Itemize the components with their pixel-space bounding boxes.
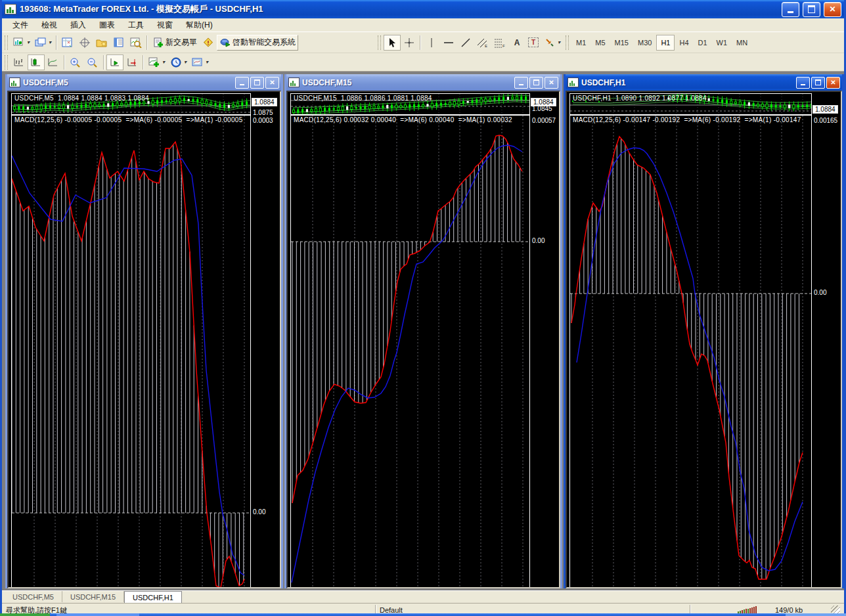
new-order-label: 新交易單 — [166, 37, 197, 48]
bar-chart-button[interactable] — [11, 55, 28, 70]
new-order-icon — [152, 37, 164, 49]
chart-title-bar[interactable]: USDCHF,M15 ✕ — [286, 74, 560, 91]
chart-window-icon — [288, 77, 300, 87]
templates-button[interactable]: ▾ — [189, 55, 211, 70]
toolbar-grip[interactable] — [378, 35, 381, 50]
zoom-out-button[interactable] — [84, 55, 101, 70]
chart-window-icon — [568, 77, 579, 87]
vertical-line-tool-button[interactable] — [423, 35, 440, 51]
menu-tools[interactable]: 工具 — [122, 18, 150, 32]
crosshair-tool-button[interactable] — [401, 35, 418, 51]
macd-pane[interactable]: MACD(12,25,6) -0.00147 -0.00192 =>MA(6) … — [569, 115, 812, 587]
chart-title-bar[interactable]: USDCHF,H1 ✕ — [566, 74, 842, 91]
clock-icon — [170, 56, 182, 68]
chevron-down-icon: ▾ — [27, 39, 30, 45]
close-button[interactable]: ✕ — [545, 77, 558, 89]
profiles-button[interactable]: ▾ — [32, 35, 54, 51]
arrows-tool-button[interactable]: ▾ — [541, 35, 563, 51]
menu-view[interactable]: 檢視 — [35, 18, 64, 32]
minimize-button[interactable] — [796, 77, 810, 89]
maximize-button[interactable] — [250, 77, 264, 89]
close-button[interactable]: ✕ — [826, 77, 840, 89]
indicators-button[interactable]: ▾ — [146, 55, 167, 70]
chart-title-bar[interactable]: USDCHF,M5 ✕ — [7, 74, 281, 91]
start-button-edge[interactable] — [0, 613, 50, 616]
candlestick-chart-button[interactable] — [28, 55, 45, 70]
price-info: USDCHF,H1 1.0890 1.0892 1.0877 1.0884 — [573, 95, 707, 102]
minimize-button[interactable] — [514, 77, 528, 89]
periods-button[interactable]: ▾ — [167, 55, 189, 70]
chevron-down-icon: ▾ — [206, 59, 208, 65]
period-m15-button[interactable]: M15 — [610, 35, 633, 51]
menu-insert[interactable]: 插入 — [64, 18, 93, 32]
chevron-down-icon: ▾ — [184, 59, 187, 65]
macd-zero-label: 0.00 — [532, 237, 545, 244]
macd-pane[interactable]: MACD(12,25,6) -0.00005 -0.00005 =>MA(6) … — [11, 115, 251, 587]
tab-usdchf-m5[interactable]: USDCHF,M5 — [5, 591, 62, 602]
terminal-button[interactable] — [110, 35, 127, 51]
tab-usdchf-h1[interactable]: USDCHF,H1 — [124, 591, 182, 603]
toolbar-separator — [56, 35, 57, 50]
cursor-arrow-icon — [386, 37, 398, 49]
toolbar-grip[interactable] — [5, 55, 8, 70]
line-chart-button[interactable] — [45, 55, 62, 70]
close-button[interactable]: ✕ — [265, 77, 279, 89]
fibonacci-tool-button[interactable]: F — [491, 35, 508, 51]
chevron-down-icon: ▾ — [162, 59, 165, 65]
current-price-box: 1.0884 — [531, 98, 556, 106]
new-order-button[interactable]: 新交易單 — [150, 35, 200, 51]
period-m30-button[interactable]: M30 — [633, 35, 656, 51]
period-h4-button[interactable]: H4 — [675, 35, 693, 51]
market-watch-button[interactable] — [59, 35, 76, 51]
period-h1-button[interactable]: H1 — [656, 35, 675, 51]
strategy-tester-button[interactable] — [127, 35, 145, 51]
line-chart-icon — [47, 56, 59, 68]
price-pane[interactable]: USDCHF,H1 1.0890 1.0892 1.0877 1.0884 — [569, 93, 812, 115]
chevron-down-icon: ▾ — [49, 39, 51, 45]
menu-window[interactable]: 視窗 — [150, 18, 179, 32]
trendline-tool-button[interactable] — [457, 35, 474, 51]
maximize-button[interactable] — [811, 77, 825, 89]
maximize-button[interactable] — [803, 2, 820, 17]
price-pane[interactable]: USDCHF,M5 1.0884 1.0884 1.0883 1.0884 — [11, 93, 251, 115]
menu-help[interactable]: 幫助(H) — [179, 18, 219, 32]
period-m1-button[interactable]: M1 — [571, 35, 590, 51]
zoom-in-button[interactable] — [67, 55, 84, 70]
tab-usdchf-m15[interactable]: USDCHF,M15 — [62, 591, 124, 602]
cursor-tool-button[interactable] — [384, 35, 401, 51]
expert-advisor-button[interactable]: 啓動智能交易系統 — [217, 35, 298, 51]
macd-info: MACD(12,25,6) -0.00147 -0.00192 =>MA(6) … — [573, 116, 801, 123]
price-pane[interactable]: USDCHF,M15 1.0886 1.0886 1.0881 1.0884 — [290, 93, 530, 115]
period-mn-button[interactable]: MN — [732, 35, 752, 51]
minimize-button[interactable] — [235, 77, 249, 89]
close-button[interactable]: ✕ — [824, 2, 841, 17]
channel-tool-button[interactable]: E — [474, 35, 491, 51]
minimize-button[interactable] — [782, 2, 799, 17]
menu-charts[interactable]: 圖表 — [93, 18, 122, 32]
terminal-list-icon — [113, 37, 125, 49]
price-info: USDCHF,M15 1.0886 1.0886 1.0881 1.0884 — [294, 95, 432, 102]
toolbar-grip[interactable] — [5, 35, 8, 50]
chart-shift-button[interactable] — [123, 55, 141, 70]
new-chart-button[interactable]: ▾ — [11, 35, 32, 51]
macd-pane[interactable]: MACD(12,25,6) 0.00032 0.00040 =>MA(6) 0.… — [290, 115, 530, 587]
period-m5-button[interactable]: M5 — [590, 35, 610, 51]
windows-taskbar[interactable] — [0, 613, 846, 616]
data-window-button[interactable] — [76, 35, 93, 51]
text-label-tool-button[interactable]: T — [525, 35, 541, 51]
navigator-button[interactable] — [93, 35, 110, 51]
svg-text:F: F — [502, 44, 505, 48]
menu-file[interactable]: 文件 — [6, 18, 35, 32]
period-d1-button[interactable]: D1 — [694, 35, 712, 51]
period-w1-button[interactable]: W1 — [712, 35, 732, 51]
metaeditor-button[interactable] — [200, 35, 217, 51]
taskbar-app-button[interactable] — [56, 613, 139, 616]
toolbar-grip[interactable] — [566, 35, 569, 50]
maximize-button[interactable] — [529, 77, 543, 89]
auto-scroll-button[interactable] — [106, 55, 123, 70]
title-bar[interactable]: 193608: MetaTrader FOREX Ltd. - 模擬交易帳戶 -… — [2, 0, 844, 18]
charts-toolbar: ▾ ▾ ▾ — [2, 53, 844, 72]
text-label-icon: T — [528, 37, 539, 47]
horizontal-line-tool-button[interactable] — [440, 35, 457, 51]
text-tool-button[interactable]: A — [508, 35, 525, 51]
